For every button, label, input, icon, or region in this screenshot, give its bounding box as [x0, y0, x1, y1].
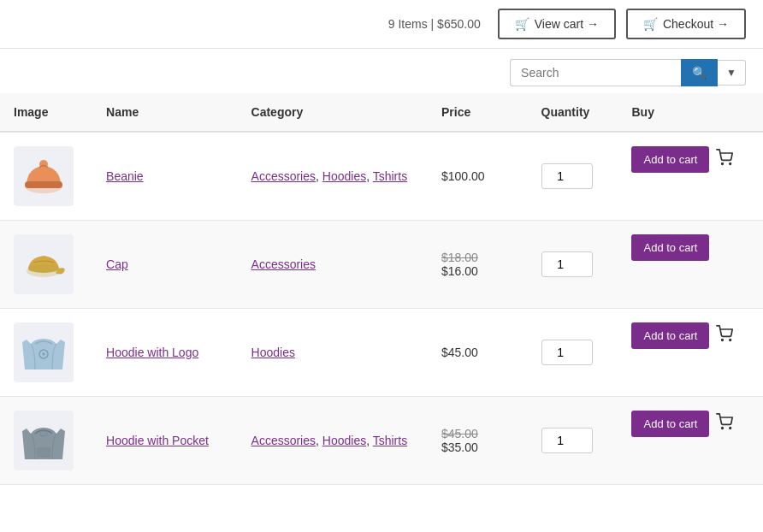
table-row: CapAccessories$18.00$16.00Add to cart [0, 221, 763, 309]
checkout-label: Checkout → [663, 17, 729, 31]
svg-point-6 [28, 264, 59, 273]
quantity-input-hoodie-logo[interactable] [541, 340, 593, 365]
product-quantity-cell-beanie [528, 132, 618, 221]
category-link-cap-0[interactable]: Accessories [251, 257, 316, 271]
product-link-hoodie-pocket[interactable]: Hoodie with Pocket [106, 434, 209, 447]
svg-point-12 [722, 428, 724, 429]
add-to-cart-button-beanie[interactable]: Add to cart [631, 146, 709, 173]
product-link-cap[interactable]: Cap [106, 257, 128, 271]
product-buy-cell-beanie: Add to cart [618, 133, 763, 186]
add-to-cart-button-hoodie-logo[interactable]: Add to cart [631, 322, 709, 349]
price-original-cap: $18.00 [441, 251, 514, 264]
col-header-name: Name [92, 93, 238, 132]
quantity-input-beanie[interactable] [541, 163, 593, 189]
product-buy-cell-hoodie-pocket: Add to cart [618, 397, 763, 451]
search-button[interactable]: 🔍 [681, 59, 718, 86]
add-to-cart-button-hoodie-pocket[interactable]: Add to cart [631, 411, 709, 437]
product-link-beanie[interactable]: Beanie [106, 169, 144, 183]
price-current-cap: $16.00 [441, 264, 514, 278]
checkout-button[interactable]: 🛒 Checkout → [626, 9, 746, 39]
product-image-beanie [14, 146, 74, 206]
product-image-cell-beanie [0, 132, 92, 221]
table-row: Hoodie with LogoHoodies$45.00Add to cart [0, 309, 763, 397]
svg-point-11 [40, 431, 47, 436]
product-name-cell-beanie: Beanie [92, 132, 238, 221]
category-link-hoodie-pocket-1[interactable]: Hoodies [322, 434, 366, 447]
product-price-cell-cap: $18.00$16.00 [428, 221, 528, 309]
category-link-hoodie-pocket-0[interactable]: Accessories [251, 434, 316, 447]
cart-icon-hoodie-pocket [716, 413, 733, 434]
price-current-hoodie-pocket: $35.00 [441, 440, 514, 454]
price-current-beanie: $100.00 [441, 169, 514, 183]
col-header-buy: Buy [618, 93, 763, 132]
search-bar: 🔍 ▼ [0, 49, 763, 93]
product-name-cell-hoodie-logo: Hoodie with Logo [92, 309, 238, 397]
cart-icon-hoodie-logo [716, 325, 733, 346]
quantity-input-cap[interactable] [541, 251, 593, 277]
product-image-cell-cap [0, 221, 92, 309]
category-link-hoodie-logo-0[interactable]: Hoodies [251, 346, 295, 359]
svg-point-4 [730, 163, 731, 165]
product-quantity-cell-hoodie-pocket [528, 397, 618, 485]
product-buy-cell-cap: Add to cart [618, 221, 763, 275]
cart-icon: 🛒 [515, 17, 529, 31]
chevron-down-icon: ▼ [726, 67, 736, 79]
svg-rect-1 [25, 181, 62, 188]
product-image-cap [14, 234, 74, 294]
search-input[interactable] [510, 59, 681, 86]
category-link-hoodie-pocket-2[interactable]: Tshirts [373, 434, 407, 447]
view-cart-label: View cart → [535, 17, 599, 31]
product-category-cell-beanie: Accessories, Hoodies, Tshirts [238, 132, 428, 221]
product-category-cell-hoodie-logo: Hoodies [238, 309, 428, 397]
add-to-cart-button-cap[interactable]: Add to cart [631, 234, 709, 261]
product-name-cell-cap: Cap [92, 221, 238, 309]
price-current-hoodie-logo: $45.00 [441, 346, 514, 359]
svg-point-9 [730, 340, 731, 341]
cart-icon-beanie [716, 149, 733, 170]
category-link-beanie-2[interactable]: Tshirts [373, 169, 407, 183]
product-category-cell-hoodie-pocket: Accessories, Hoodies, Tshirts [238, 397, 428, 485]
svg-rect-10 [37, 447, 50, 458]
product-image-cell-hoodie-pocket [0, 397, 92, 485]
product-price-cell-hoodie-logo: $45.00 [428, 309, 528, 397]
col-header-image: Image [0, 93, 92, 132]
category-link-beanie-0[interactable]: Accessories [251, 169, 316, 183]
table-row: BeanieAccessories, Hoodies, Tshirts$100.… [0, 132, 763, 221]
quantity-input-hoodie-pocket[interactable] [541, 428, 593, 453]
col-header-category: Category [238, 93, 428, 132]
svg-point-3 [722, 163, 724, 165]
product-image-cell-hoodie-logo [0, 309, 92, 397]
price-original-hoodie-pocket: $45.00 [441, 427, 514, 440]
product-price-cell-beanie: $100.00 [428, 132, 528, 221]
product-table: Image Name Category Price Quantity Buy B… [0, 93, 763, 485]
checkout-icon: 🛒 [643, 17, 658, 31]
search-dropdown-button[interactable]: ▼ [718, 60, 746, 86]
product-quantity-cell-cap [528, 221, 618, 309]
search-icon: 🔍 [692, 66, 707, 80]
view-cart-button[interactable]: 🛒 View cart → [498, 9, 616, 39]
cart-info: 9 Items | $650.00 [388, 17, 481, 31]
top-bar: 9 Items | $650.00 🛒 View cart → 🛒 Checko… [0, 0, 763, 49]
product-image-hoodie-pocket [14, 411, 74, 470]
product-category-cell-cap: Accessories [238, 221, 428, 309]
product-image-hoodie-logo [14, 322, 74, 382]
product-quantity-cell-hoodie-logo [528, 309, 618, 397]
table-header-row: Image Name Category Price Quantity Buy [0, 93, 763, 132]
svg-point-13 [730, 428, 731, 429]
category-link-beanie-1[interactable]: Hoodies [322, 169, 366, 183]
col-header-price: Price [428, 93, 528, 132]
svg-point-8 [722, 340, 724, 341]
product-name-cell-hoodie-pocket: Hoodie with Pocket [92, 397, 238, 485]
table-row: Hoodie with PocketAccessories, Hoodies, … [0, 397, 763, 485]
product-link-hoodie-logo[interactable]: Hoodie with Logo [106, 346, 198, 359]
col-header-quantity: Quantity [528, 93, 618, 132]
product-buy-cell-hoodie-logo: Add to cart [618, 309, 763, 363]
product-price-cell-hoodie-pocket: $45.00$35.00 [428, 397, 528, 485]
